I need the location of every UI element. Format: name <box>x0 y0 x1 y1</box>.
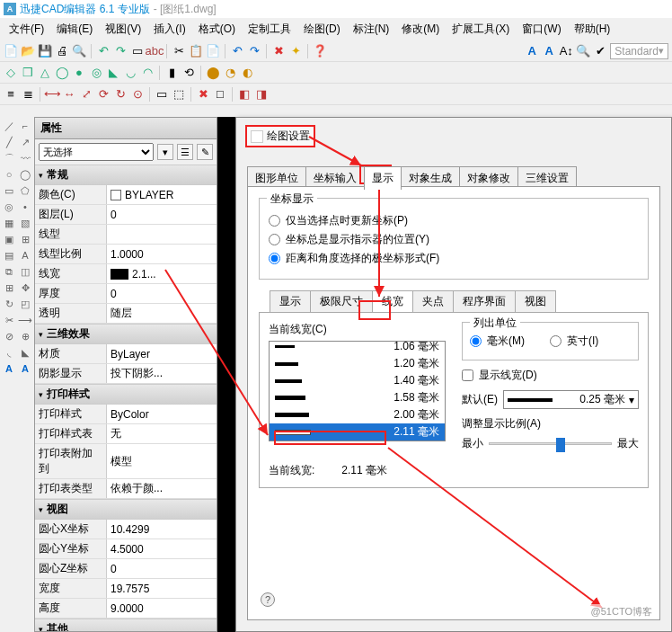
extrude-icon[interactable]: ▮ <box>164 66 179 80</box>
rect-icon[interactable]: ▭ <box>2 183 16 198</box>
pick-icon[interactable]: ☰ <box>177 144 193 160</box>
move-icon[interactable]: ✥ <box>18 280 32 295</box>
text-a-icon[interactable]: A <box>525 44 539 58</box>
props-row[interactable]: 颜色(C)BYLAYER <box>35 185 217 205</box>
save-icon[interactable]: 💾 <box>38 44 52 58</box>
mod1-icon[interactable]: ▭ <box>155 87 169 102</box>
style-combo[interactable]: Standard ▾ <box>610 43 668 59</box>
intersect-icon[interactable]: ◐ <box>240 66 254 80</box>
main-tab[interactable]: 显示 <box>364 166 402 190</box>
text-check-icon[interactable]: ✔ <box>593 44 607 58</box>
insert-icon[interactable]: ⊞ <box>18 232 32 246</box>
print-icon[interactable]: 🖨 <box>55 44 69 58</box>
lineweight-item[interactable]: 1.20 毫米 <box>270 355 445 372</box>
region-icon[interactable]: ▧ <box>18 216 32 230</box>
dim6-icon[interactable]: ⊙ <box>130 87 145 102</box>
donut-icon[interactable]: ◎ <box>2 200 16 214</box>
mod3-icon[interactable]: ✖ <box>196 87 210 102</box>
xline-icon[interactable]: ╱ <box>2 135 16 149</box>
mtext-icon[interactable]: A <box>18 248 32 263</box>
menu-item[interactable]: 插入(I) <box>148 20 190 39</box>
pline-icon[interactable]: ⌐ <box>18 119 32 133</box>
arc-icon[interactable]: ⌒ <box>2 151 16 165</box>
props-row[interactable]: 线型比例1.0000 <box>35 245 217 264</box>
chamfer-icon[interactable]: ◣ <box>18 345 32 360</box>
props-row[interactable]: 材质ByLayer <box>35 344 217 364</box>
undo2-icon[interactable]: ↶ <box>230 44 244 58</box>
props-row[interactable]: 厚度0 <box>35 284 217 304</box>
lineweight-item[interactable]: 2.11 毫米 <box>270 423 445 441</box>
preview-icon[interactable]: 🔍 <box>72 44 86 58</box>
props-row[interactable]: 圆心X坐标10.4299 <box>35 520 217 539</box>
ellipse-icon[interactable]: ◯ <box>18 167 32 182</box>
scale-icon[interactable]: ◰ <box>18 297 32 311</box>
hatch-icon[interactable]: ▦ <box>2 216 16 230</box>
offset-icon[interactable]: ◫ <box>18 264 32 279</box>
props-row[interactable]: 打印样式ByColor <box>35 405 217 424</box>
table-icon[interactable]: ▤ <box>2 248 16 263</box>
revolve-icon[interactable]: ⟲ <box>181 66 196 80</box>
props-row[interactable]: 透明随层 <box>35 304 217 324</box>
menu-item[interactable]: 编辑(E) <box>51 20 98 39</box>
new-icon[interactable]: 📄 <box>4 44 18 58</box>
menu-item[interactable]: 帮助(H) <box>569 20 616 39</box>
show-lw-checkbox[interactable]: 显示线宽(D) <box>462 368 639 383</box>
selection-combo[interactable]: 无选择 <box>39 143 154 161</box>
lineweight-item[interactable]: 1.40 毫米 <box>270 372 445 389</box>
menu-item[interactable]: 定制工具 <box>243 20 296 39</box>
text2-icon[interactable]: A <box>18 361 32 376</box>
shape-cyl-icon[interactable]: ◯ <box>55 66 69 80</box>
rotate-icon[interactable]: ↻ <box>2 297 16 311</box>
props-row[interactable]: 宽度19.7575 <box>35 579 217 599</box>
menu-item[interactable]: 文件(F) <box>4 20 49 39</box>
poly-icon[interactable]: ⬠ <box>18 183 32 198</box>
subtract-icon[interactable]: ◔ <box>223 66 237 80</box>
circle-icon[interactable]: ○ <box>2 167 16 182</box>
radio-mm[interactable]: 毫米(M) <box>470 334 525 349</box>
menu-item[interactable]: 标注(N) <box>348 20 395 39</box>
font-icon[interactable]: abc <box>147 44 162 58</box>
coord-radio[interactable]: 距离和角度选择的极坐标形式(F) <box>269 251 639 266</box>
mod5-icon[interactable]: ◧ <box>237 87 252 102</box>
props-row[interactable]: 线宽2.1... <box>35 264 217 284</box>
props-group-header[interactable]: ▾常规 <box>35 165 217 185</box>
default-combo[interactable]: 0.25 毫米 ▾ <box>503 390 639 409</box>
paste-icon[interactable]: 📄 <box>206 44 220 58</box>
props-row[interactable]: 线型 <box>35 225 217 245</box>
filter-icon[interactable]: ▾ <box>157 144 173 160</box>
props-group-header[interactable]: ▾三维效果 <box>35 324 217 344</box>
props-row[interactable]: 圆心Z坐标0 <box>35 559 217 579</box>
shape-cube-icon[interactable]: ❒ <box>21 66 35 80</box>
mirror-icon[interactable]: ⧉ <box>2 264 16 279</box>
menu-item[interactable]: 绘图(D) <box>298 20 346 39</box>
shape-sphere-icon[interactable]: ● <box>72 66 86 80</box>
union-icon[interactable]: ⬤ <box>206 66 220 80</box>
copy-icon[interactable]: 📋 <box>189 44 203 58</box>
props-row[interactable]: 打印样式表无 <box>35 424 217 444</box>
redo-icon[interactable]: ↷ <box>113 44 128 58</box>
scale-slider[interactable] <box>489 442 612 445</box>
props-group-header[interactable]: ▾打印样式 <box>35 384 217 405</box>
spline-icon[interactable]: 〰 <box>18 151 32 165</box>
shape-dome-icon[interactable]: ◠ <box>140 66 155 80</box>
lineweight-item[interactable]: 1.58 毫米 <box>270 389 445 406</box>
text-find-icon[interactable]: 🔍 <box>576 44 590 58</box>
dim5-icon[interactable]: ↻ <box>113 87 128 102</box>
shape-cone-icon[interactable]: △ <box>38 66 52 80</box>
text-a2-icon[interactable]: A <box>542 44 556 58</box>
menu-item[interactable]: 修改(M) <box>396 20 445 39</box>
props-group-header[interactable]: ▾视图 <box>35 499 217 520</box>
undo-icon[interactable]: ↶ <box>96 44 111 58</box>
menu-item[interactable]: 格式(O) <box>193 20 241 39</box>
sub-tab[interactable]: 程序界面 <box>453 290 516 312</box>
layer2-icon[interactable]: ≣ <box>21 87 35 102</box>
extend-icon[interactable]: ⟶ <box>18 313 32 327</box>
sub-tab[interactable]: 极限尺寸 <box>310 290 373 312</box>
props-row[interactable]: 打印表类型依赖于颜... <box>35 479 217 499</box>
props-row[interactable]: 高度9.0000 <box>35 599 217 619</box>
cut-icon[interactable]: ✂ <box>172 44 186 58</box>
lineweight-item[interactable]: 2.00 毫米 <box>270 406 445 423</box>
dim2-icon[interactable]: ↔ <box>62 87 76 102</box>
point-icon[interactable]: • <box>18 200 32 214</box>
dim1-icon[interactable]: ⟷ <box>45 87 59 102</box>
